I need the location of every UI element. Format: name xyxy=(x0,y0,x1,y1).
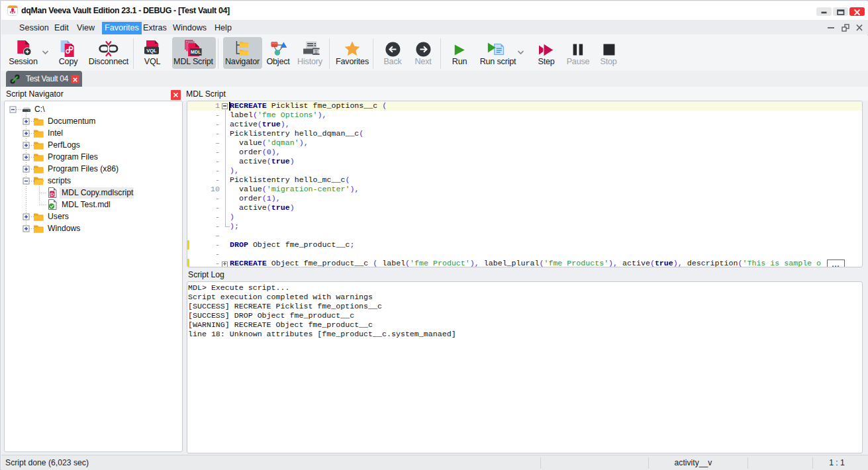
svg-text:VQL: VQL xyxy=(146,48,157,54)
svg-text:MDL: MDL xyxy=(191,50,201,54)
svg-text:D: D xyxy=(50,191,54,197)
